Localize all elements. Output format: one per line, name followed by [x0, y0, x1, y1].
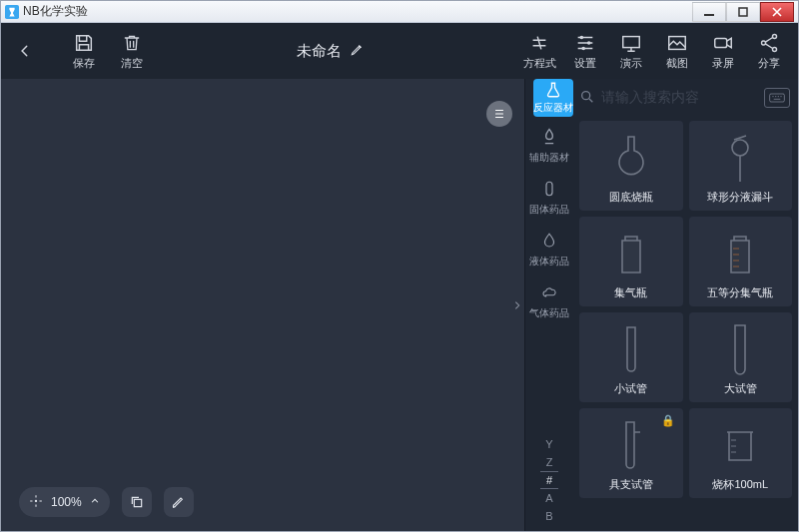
window-close-button[interactable] — [760, 2, 794, 22]
capsule-icon — [537, 177, 561, 201]
save-icon — [73, 32, 95, 54]
window-title: NB化学实验 — [23, 3, 88, 20]
svg-point-17 — [732, 140, 748, 156]
large-tube-icon — [731, 318, 749, 381]
zoom-value: 100% — [51, 495, 82, 509]
round-flask-icon — [611, 127, 651, 190]
equipment-card[interactable]: 小试管 — [579, 312, 683, 402]
equation-button[interactable]: 方程式 — [522, 32, 556, 71]
svg-rect-2 — [739, 8, 747, 16]
equipment-panel: 反应器材 请输入搜索内容 辅助器材 — [524, 79, 798, 531]
equipment-card[interactable]: 🔒 具支试管 — [579, 408, 683, 498]
svg-point-11 — [772, 47, 776, 51]
cloud-icon — [537, 280, 561, 304]
copy-button[interactable] — [122, 487, 152, 517]
svg-point-3 — [580, 35, 584, 39]
search-placeholder: 请输入搜索内容 — [601, 89, 699, 107]
svg-point-12 — [35, 499, 37, 501]
category-aux[interactable]: 辅助器材 — [529, 125, 569, 165]
flask-icon — [544, 81, 562, 101]
center-icon — [29, 494, 43, 511]
category-column: 辅助器材 固体药品 液体药品 气体药品 — [525, 117, 573, 531]
svg-point-10 — [772, 34, 776, 38]
category-gas[interactable]: 气体药品 — [529, 280, 569, 320]
window-maximize-button[interactable] — [726, 2, 760, 22]
category-liquid[interactable]: 液体药品 — [529, 229, 569, 268]
trash-icon — [121, 32, 143, 54]
svg-point-4 — [587, 41, 591, 45]
sliders-icon — [574, 32, 596, 54]
experiment-canvas[interactable]: 100% — [1, 79, 524, 531]
share-button[interactable]: 分享 — [752, 32, 786, 71]
category-active[interactable]: 反应器材 — [533, 79, 573, 117]
svg-rect-8 — [715, 38, 727, 47]
svg-rect-13 — [134, 499, 141, 506]
svg-rect-16 — [546, 182, 552, 196]
search-icon — [579, 89, 595, 108]
category-solid[interactable]: 固体药品 — [529, 177, 569, 217]
equipment-card[interactable]: 集气瓶 — [579, 217, 683, 306]
graduated-bottle-icon — [723, 223, 757, 285]
share-icon — [758, 32, 780, 54]
equipment-card[interactable]: 五等分集气瓶 — [689, 217, 793, 306]
back-button[interactable] — [13, 39, 37, 63]
capture-icon — [666, 32, 688, 54]
window-minimize-button[interactable] — [692, 2, 726, 22]
record-button[interactable]: 录屏 — [706, 32, 740, 71]
clear-label: 清空 — [121, 56, 143, 71]
equipment-search[interactable]: 请输入搜索内容 — [579, 89, 758, 108]
burner-icon — [537, 125, 561, 149]
svg-rect-1 — [704, 14, 714, 16]
chevron-up-icon — [90, 495, 100, 509]
equation-icon — [528, 32, 550, 54]
save-button[interactable]: 保存 — [67, 32, 101, 71]
present-button[interactable]: 演示 — [614, 32, 648, 71]
svg-rect-15 — [770, 94, 785, 102]
equipment-grid: 圆底烧瓶 球形分液漏斗 集气瓶 五等分集气瓶 — [573, 117, 798, 531]
drop-icon — [537, 229, 561, 253]
brush-button[interactable] — [164, 487, 194, 517]
capture-button[interactable]: 截图 — [660, 32, 694, 71]
zoom-control[interactable]: 100% — [19, 487, 110, 517]
equipment-card[interactable]: 大试管 — [689, 312, 793, 402]
svg-point-9 — [761, 40, 765, 44]
panel-toggle-handle[interactable] — [510, 291, 524, 319]
canvas-list-button[interactable] — [486, 101, 512, 127]
svg-point-5 — [581, 46, 585, 50]
record-icon — [712, 32, 734, 54]
beaker-icon — [723, 414, 757, 477]
save-label: 保存 — [73, 56, 95, 71]
alpha-index[interactable]: Y Z # A B — [540, 435, 558, 525]
funnel-icon — [720, 127, 760, 190]
window-titlebar: NB化学实验 — [1, 1, 798, 23]
edit-title-icon[interactable] — [350, 43, 364, 60]
equipment-card[interactable]: 圆底烧瓶 — [579, 121, 683, 211]
lock-icon: 🔒 — [661, 414, 675, 427]
clear-button[interactable]: 清空 — [115, 32, 149, 71]
document-title: 未命名 — [297, 42, 342, 61]
app-icon — [5, 5, 19, 19]
svg-point-14 — [582, 91, 590, 99]
small-tube-icon — [623, 318, 639, 381]
equipment-card[interactable]: 烧杯100mL — [689, 408, 793, 498]
equipment-card[interactable]: 球形分液漏斗 — [689, 121, 793, 211]
present-icon — [620, 32, 642, 54]
gas-bottle-icon — [614, 223, 648, 285]
settings-button[interactable]: 设置 — [568, 32, 602, 71]
branch-tube-icon — [620, 414, 642, 477]
main-toolbar: 保存 清空 未命名 方程式 设置 — [1, 23, 798, 79]
svg-rect-6 — [623, 36, 640, 47]
keyboard-button[interactable] — [764, 88, 790, 108]
